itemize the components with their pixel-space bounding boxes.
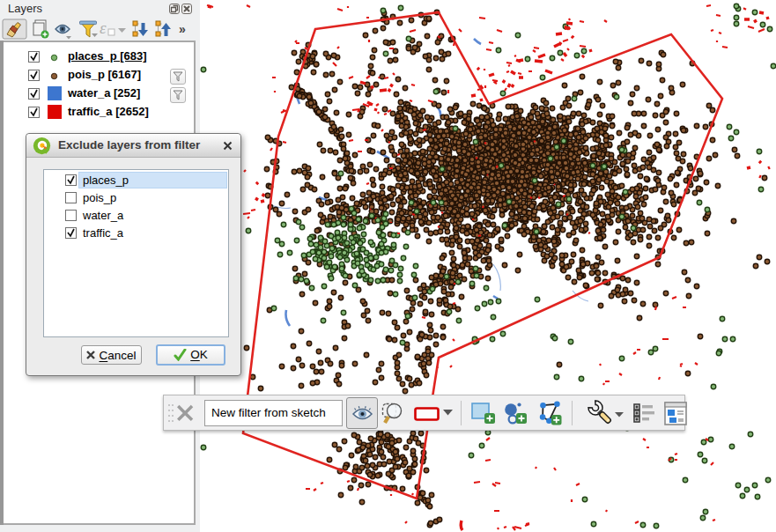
- svg-text:ε: ε: [100, 18, 107, 37]
- svg-text:»: »: [179, 22, 186, 36]
